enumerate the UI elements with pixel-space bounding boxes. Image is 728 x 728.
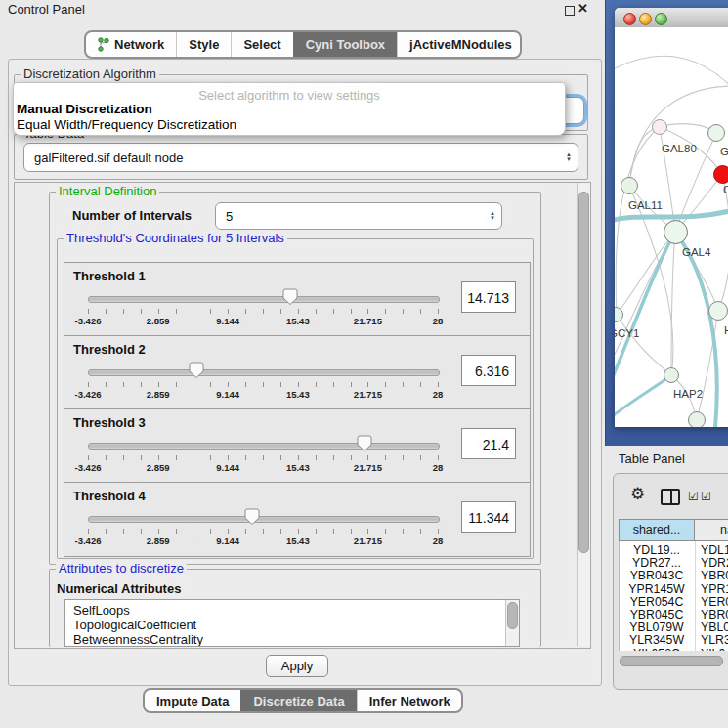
table-row[interactable]: YBR043CYBR0 — [620, 569, 728, 581]
cell-name: YBR0 — [701, 569, 728, 582]
column-header-name[interactable]: na — [694, 519, 728, 541]
cell-name: YPR1 — [701, 582, 728, 596]
slider-thumb[interactable] — [282, 288, 298, 306]
cell-shared-name: YDL19... — [620, 543, 694, 557]
close-icon[interactable]: ✕ — [578, 1, 588, 16]
slider-tick — [333, 455, 334, 460]
attributes-scrollbar[interactable] — [505, 600, 519, 646]
slider-tick — [176, 529, 177, 534]
tab-jactivemnodules[interactable]: jActiveMNodules — [397, 32, 522, 57]
table-row[interactable]: YLR345WYLR3 — [620, 633, 728, 646]
slider-track[interactable] — [88, 443, 440, 450]
tab-label: Cyni Toolbox — [306, 37, 385, 52]
threshold-value-field[interactable]: 11.344 — [461, 501, 516, 533]
threshold-value-field[interactable]: 14.713 — [461, 281, 516, 313]
network-window-titlebar[interactable] — [615, 8, 728, 28]
numerical-attributes-list[interactable]: SelfLoopsTopologicalCoefficientBetweenne… — [64, 599, 520, 647]
slider-track[interactable] — [88, 369, 440, 376]
slider-track[interactable] — [88, 516, 440, 523]
network-node-ga[interactable] — [707, 124, 725, 142]
network-node-h[interactable] — [708, 301, 728, 321]
slider-tick-label: 15.43 — [286, 316, 310, 326]
threshold-label: Threshold 1 — [73, 269, 146, 283]
column-header-shared-name[interactable]: shared... — [619, 519, 695, 541]
slider-thumb[interactable] — [189, 362, 204, 379]
network-node-hap2[interactable] — [664, 367, 679, 383]
slider-tick — [210, 455, 211, 460]
slider-tick — [88, 309, 89, 314]
table-row[interactable]: YDR27...YDR2 — [620, 556, 728, 569]
network-node[interactable] — [688, 411, 706, 427]
cell-shared-name: YBR045C — [620, 608, 694, 621]
spinner-arrows-icon[interactable]: ▲▼ — [560, 152, 578, 162]
slider-tick — [245, 455, 246, 460]
slider-tick-label: 21.715 — [354, 389, 382, 400]
cell-name: YBR0 — [701, 608, 728, 621]
tab-cyni-toolbox[interactable]: Cyni Toolbox — [293, 32, 397, 57]
attribute-item-betweennesscentrality[interactable]: BetweennessCentrality — [73, 632, 203, 647]
slider-tick — [210, 529, 211, 534]
slider-tick-label: 21.715 — [354, 462, 382, 473]
network-canvas[interactable]: GAL80GACGAL11GAL4HGCY1HAP2 — [615, 27, 728, 427]
tab-infer-network[interactable]: Infer Network — [357, 690, 462, 711]
float-window-icon[interactable] — [565, 6, 575, 16]
slider-thumb[interactable] — [244, 508, 260, 526]
number-of-intervals-combobox[interactable]: 5 ▲▼ — [215, 202, 502, 230]
slider-tick — [298, 309, 299, 314]
attribute-item-selfloops[interactable]: SelfLoops — [73, 603, 130, 618]
split-view-icon[interactable] — [661, 489, 680, 505]
tab-network[interactable]: Network — [86, 32, 176, 57]
slider-thumb[interactable] — [357, 435, 372, 452]
slider-tick — [298, 382, 299, 387]
table-row[interactable]: YIL052CYIL0 — [620, 647, 728, 651]
spinner-arrows-icon[interactable]: ▲▼ — [484, 211, 501, 221]
table-row[interactable]: YBL079WYBL0 — [620, 621, 728, 633]
table-row[interactable]: YPR145WYPR1 — [620, 582, 728, 595]
vertical-scrollbar[interactable] — [577, 183, 590, 646]
slider-tick — [193, 382, 193, 387]
slider-tick-label: -3.426 — [75, 462, 102, 473]
table-row[interactable]: YDL19...YDL1 — [620, 543, 728, 556]
threshold-panel-3: Threshold 3-3.4262.8599.14415.4321.71528… — [64, 408, 531, 484]
horizontal-scrollbar-thumb[interactable] — [620, 656, 723, 666]
slider-tick — [316, 382, 317, 387]
attribute-item-topologicalcoefficient[interactable]: TopologicalCoefficient — [73, 618, 196, 632]
vertical-scrollbar-thumb[interactable] — [578, 192, 589, 553]
tab-impute-data[interactable]: Impute Data — [145, 690, 240, 711]
attributes-scrollbar-thumb[interactable] — [507, 602, 518, 629]
slider-tick — [123, 529, 124, 534]
zoom-traffic-light-icon[interactable] — [655, 13, 667, 25]
node-label-gal80: GAL80 — [662, 143, 697, 154]
slider-tick — [403, 455, 404, 460]
slider-tick — [420, 309, 421, 314]
gear-icon[interactable]: ⚙ — [630, 486, 645, 502]
apply-button[interactable]: Apply — [266, 655, 328, 677]
tab-discretize-data[interactable]: Discretize Data — [240, 690, 356, 711]
tab-style[interactable]: Style — [176, 32, 231, 57]
network-node-gal11[interactable] — [621, 177, 638, 194]
threshold-value-field[interactable]: 21.4 — [461, 428, 516, 459]
tab-select[interactable]: Select — [231, 32, 292, 57]
slider-tick — [263, 529, 264, 534]
table-data-combobox[interactable]: galFiltered.sif default node ▲▼ — [23, 143, 578, 172]
node-table-body[interactable]: YDL19...YDL1YDR27...YDR2YBR043CYBR0YPR14… — [619, 541, 728, 651]
network-node-gal4[interactable] — [664, 220, 688, 244]
threshold-value-field[interactable]: 6.316 — [461, 355, 516, 386]
checkbox-icon[interactable]: ☑ — [688, 491, 699, 502]
network-node-c[interactable] — [713, 165, 728, 184]
minimize-traffic-light-icon[interactable] — [639, 13, 652, 25]
number-of-intervals-label: Number of Intervals — [72, 208, 192, 223]
popup-item-equal-width-frequency[interactable]: Equal Width/Frequency Discretization — [17, 117, 236, 132]
network-node-gal80[interactable] — [652, 119, 667, 135]
table-row[interactable]: YBR045CYBR0 — [620, 608, 728, 621]
slider-tick — [245, 382, 246, 387]
slider-track[interactable] — [88, 296, 440, 303]
close-traffic-light-icon[interactable] — [623, 13, 636, 25]
popup-item-manual-discretization[interactable]: Manual Discretization — [17, 102, 152, 116]
numerical-attributes-label: Numerical Attributes — [57, 581, 181, 596]
slider-tick-label: -3.426 — [75, 316, 102, 326]
slider-tick — [385, 309, 386, 314]
checkbox-icon[interactable]: ☑ — [701, 491, 711, 502]
table-row[interactable]: YER054CYER0 — [620, 595, 728, 608]
slider-tick-label: 21.715 — [354, 316, 382, 326]
